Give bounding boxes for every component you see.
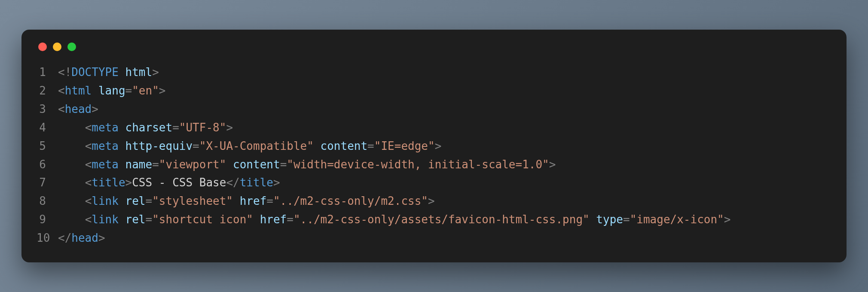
token-attr: content	[321, 140, 368, 152]
line-number: 10	[37, 229, 58, 247]
token-pun: <	[58, 103, 65, 116]
code-line[interactable]: 4 <meta charset="UTF-8">	[37, 119, 831, 137]
token-str: "UTF-8"	[179, 121, 226, 134]
line-content[interactable]: <meta charset="UTF-8">	[58, 119, 831, 137]
token-txt	[119, 66, 125, 79]
line-content[interactable]: <link rel="shortcut icon" href="../m2-cs…	[58, 210, 831, 229]
token-tag: head	[71, 231, 98, 244]
token-pun: >	[273, 176, 280, 189]
zoom-icon[interactable]	[67, 43, 76, 51]
code-line[interactable]: 1<!DOCTYPE html>	[37, 63, 831, 82]
line-content[interactable]: <meta name="viewport" content="width=dev…	[58, 155, 831, 174]
token-txt	[119, 195, 125, 207]
token-attr: html	[125, 66, 153, 79]
token-pun: >	[435, 140, 442, 152]
token-txt	[226, 158, 233, 171]
line-content[interactable]: <meta http-equiv="X-UA-Compatible" conte…	[58, 137, 831, 155]
code-line[interactable]: 6 <meta name="viewport" content="width=d…	[37, 155, 831, 174]
line-number: 4	[37, 119, 58, 137]
token-pun: >	[226, 121, 233, 134]
token-pun: <	[85, 195, 92, 207]
line-content[interactable]: </head>	[58, 229, 831, 247]
code-line[interactable]: 5 <meta http-equiv="X-UA-Compatible" con…	[37, 137, 831, 155]
token-pun: >	[125, 176, 132, 189]
code-line[interactable]: 8 <link rel="stylesheet" href="../m2-css…	[37, 192, 831, 210]
token-pun: =	[623, 213, 630, 226]
token-attr: rel	[125, 213, 146, 226]
line-number: 1	[37, 63, 58, 82]
token-str: "en"	[132, 84, 159, 97]
token-txt	[314, 140, 321, 152]
token-pun: <	[58, 84, 65, 97]
token-pun: >	[92, 103, 98, 116]
token-doctype: DOCTYPE	[71, 66, 119, 79]
token-tag: meta	[92, 158, 119, 171]
code-line[interactable]: 10</head>	[37, 229, 831, 247]
token-tag: meta	[92, 121, 119, 134]
token-txt	[119, 213, 125, 226]
token-pun: =	[193, 140, 199, 152]
code-line[interactable]: 9 <link rel="shortcut icon" href="../m2-…	[37, 210, 831, 229]
line-content[interactable]: <html lang="en">	[58, 82, 831, 100]
token-str: "X-UA-Compatible"	[199, 140, 314, 152]
token-pun: =	[152, 158, 159, 171]
code-line[interactable]: 2<html lang="en">	[37, 82, 831, 100]
token-pun: <	[85, 176, 92, 189]
line-number: 5	[37, 137, 58, 155]
token-txt	[590, 213, 596, 226]
token-attr: rel	[125, 195, 146, 207]
token-pun: <	[85, 121, 92, 134]
token-pun: <	[85, 213, 92, 226]
token-attr: href	[240, 195, 267, 207]
line-number: 9	[37, 210, 58, 229]
token-pun: >	[152, 66, 159, 79]
token-pun: >	[724, 213, 731, 226]
token-pun: >	[159, 84, 166, 97]
line-number: 8	[37, 192, 58, 210]
code-editor[interactable]: 1<!DOCTYPE html>2<html lang="en">3<head>…	[37, 63, 831, 247]
token-str: "viewport"	[159, 158, 226, 171]
close-icon[interactable]	[38, 43, 47, 51]
token-pun: =	[287, 213, 293, 226]
token-pun: >	[428, 195, 435, 207]
token-txt	[119, 121, 125, 134]
token-str: "../m2-css-only/m2.css"	[273, 195, 428, 207]
token-txt	[233, 195, 240, 207]
token-attr: name	[125, 158, 153, 171]
token-str: "shortcut icon"	[152, 213, 253, 226]
token-attr: content	[233, 158, 280, 171]
token-txt: CSS - CSS Base	[132, 176, 226, 189]
code-line[interactable]: 7 <title>CSS - CSS Base</title>	[37, 173, 831, 192]
line-content[interactable]: <link rel="stylesheet" href="../m2-css-o…	[58, 192, 831, 210]
token-pun: </	[226, 176, 239, 189]
line-content[interactable]: <head>	[58, 100, 831, 119]
token-tag: html	[65, 84, 92, 97]
token-pun: <!	[58, 66, 71, 79]
token-str: "image/x-icon"	[630, 213, 724, 226]
token-tag: link	[92, 213, 119, 226]
minimize-icon[interactable]	[53, 43, 61, 51]
token-txt	[119, 158, 125, 171]
token-pun: =	[367, 140, 374, 152]
token-pun: =	[146, 195, 153, 207]
line-number: 7	[37, 173, 58, 192]
token-txt	[253, 213, 260, 226]
token-attr: charset	[125, 121, 173, 134]
line-content[interactable]: <title>CSS - CSS Base</title>	[58, 173, 831, 192]
token-attr: href	[260, 213, 287, 226]
token-attr: http-equiv	[125, 140, 193, 152]
token-pun: =	[125, 84, 132, 97]
line-content[interactable]: <!DOCTYPE html>	[58, 63, 831, 82]
token-pun: =	[146, 213, 153, 226]
line-number: 2	[37, 82, 58, 100]
token-pun: >	[98, 231, 105, 244]
token-txt	[119, 140, 125, 152]
token-str: "IE=edge"	[374, 140, 435, 152]
token-attr: type	[596, 213, 623, 226]
token-pun: <	[85, 140, 92, 152]
token-str: "stylesheet"	[152, 195, 233, 207]
code-line[interactable]: 3<head>	[37, 100, 831, 119]
token-tag: title	[240, 176, 273, 189]
token-str: "width=device-width, initial-scale=1.0"	[287, 158, 549, 171]
token-tag: meta	[92, 140, 119, 152]
